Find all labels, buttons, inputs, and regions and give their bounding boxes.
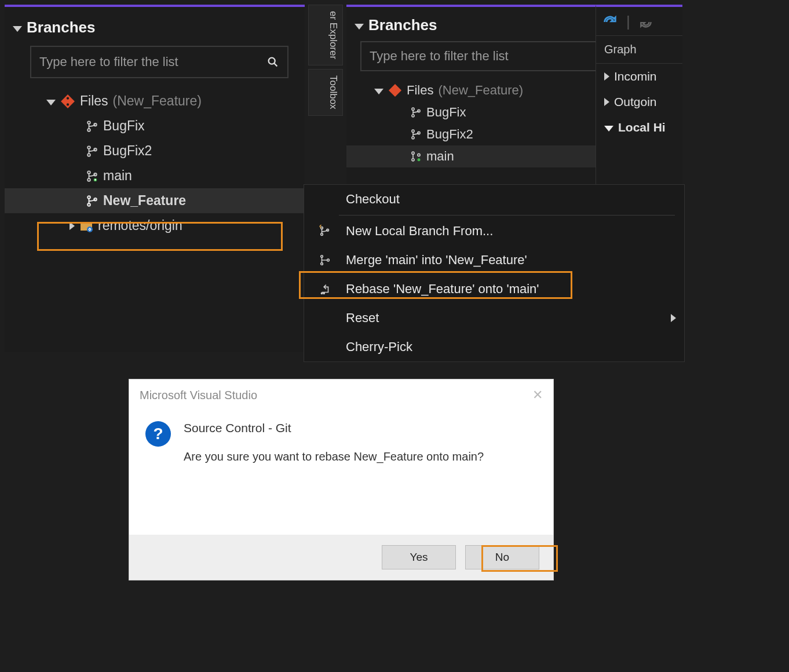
expand-icon — [70, 222, 75, 230]
folder-remote-icon — [79, 220, 93, 232]
expand-icon — [374, 89, 383, 94]
sync-icon[interactable] — [638, 14, 653, 30]
local-history-item[interactable]: Local Hi — [596, 115, 682, 140]
svg-point-29 — [321, 233, 323, 236]
ctx-label: Cherry-Pick — [346, 339, 412, 355]
branches-title: Branches — [368, 16, 437, 34]
svg-point-9 — [87, 178, 90, 181]
collapse-icon — [604, 126, 613, 132]
expand-icon — [46, 100, 56, 105]
ctx-rebase[interactable]: Rebase 'New_Feature' onto 'main' — [304, 275, 684, 304]
svg-point-5 — [87, 146, 90, 149]
outgoing-item[interactable]: Outgoin — [596, 89, 682, 115]
branch-tracking-icon — [410, 151, 422, 162]
svg-point-3 — [87, 129, 90, 132]
svg-point-27 — [418, 158, 421, 161]
ctx-new-branch[interactable]: New Local Branch From... — [304, 217, 684, 246]
git-repo-icon — [388, 83, 402, 97]
side-tabs: er Explorer Toolbox — [308, 5, 343, 116]
incoming-label: Incomin — [614, 70, 657, 83]
ctx-label: Rebase 'New_Feature' onto 'main' — [346, 282, 539, 297]
branch-new-feature[interactable]: New_Feature — [5, 188, 305, 213]
branch-label: main — [426, 149, 454, 164]
ctx-label: New Local Branch From... — [346, 224, 493, 239]
branch-label: New_Feature — [103, 193, 186, 209]
svg-point-33 — [327, 259, 330, 261]
search-icon[interactable] — [266, 56, 279, 68]
new-branch-icon — [315, 225, 335, 238]
svg-point-13 — [87, 203, 90, 206]
rebase-icon — [315, 283, 335, 295]
svg-point-21 — [412, 130, 414, 132]
tab-explorer[interactable]: er Explorer — [308, 5, 343, 65]
refresh-icon[interactable] — [602, 14, 618, 30]
expand-icon — [604, 72, 609, 81]
svg-point-22 — [412, 137, 414, 139]
branch-label: BugFix — [426, 105, 466, 120]
branches-title: Branches — [27, 19, 96, 36]
expand-icon — [604, 98, 609, 106]
branch-context-menu: Checkout New Local Branch From... Merge … — [304, 184, 685, 362]
dialog-message: Are you sure you want to rebase New_Feat… — [184, 450, 484, 463]
repo-current-branch: (New_Feature) — [438, 83, 523, 98]
ctx-checkout[interactable]: Checkout — [304, 185, 684, 214]
tab-toolbox[interactable]: Toolbox — [308, 69, 343, 116]
svg-point-12 — [87, 196, 90, 199]
close-icon[interactable]: ✕ — [532, 388, 543, 403]
ctx-label: Checkout — [346, 192, 400, 207]
branch-icon — [86, 120, 98, 133]
branch-icon — [410, 107, 422, 118]
ctx-label: Reset — [346, 311, 379, 326]
branches-panel-left: Branches Files (New_Feature) BugFix BugF… — [5, 5, 305, 352]
svg-point-19 — [412, 115, 414, 117]
no-button[interactable]: No — [465, 545, 539, 569]
branches-header[interactable]: Branches — [5, 7, 305, 46]
ctx-label: Merge 'main' into 'New_Feature' — [346, 253, 527, 268]
svg-point-35 — [323, 293, 324, 294]
svg-point-18 — [412, 108, 414, 110]
ctx-merge[interactable]: Merge 'main' into 'New_Feature' — [304, 246, 684, 275]
ctx-cherry-pick[interactable]: Cherry-Pick — [304, 333, 684, 361]
incoming-item[interactable]: Incomin — [596, 64, 682, 89]
svg-point-34 — [321, 293, 322, 294]
branch-label: main — [103, 168, 132, 184]
branch-bugfix2[interactable]: BugFix2 — [5, 138, 305, 163]
branch-main[interactable]: main — [5, 163, 305, 188]
svg-point-6 — [87, 154, 90, 156]
svg-point-31 — [321, 255, 323, 258]
dialog-title: Microsoft Visual Studio — [140, 389, 257, 402]
collapse-icon — [355, 24, 364, 30]
filter-box[interactable] — [30, 46, 288, 78]
remotes-node[interactable]: remotes/origin — [5, 213, 305, 238]
svg-line-1 — [274, 63, 277, 66]
submenu-arrow-icon — [671, 314, 676, 322]
separator — [339, 215, 675, 216]
svg-point-32 — [321, 263, 323, 265]
ctx-reset[interactable]: Reset — [304, 304, 684, 333]
svg-point-25 — [412, 159, 414, 161]
branch-label: BugFix2 — [426, 127, 473, 142]
repo-label: Files — [80, 93, 108, 109]
yes-button[interactable]: Yes — [382, 545, 456, 569]
svg-point-15 — [87, 227, 93, 232]
svg-point-2 — [87, 121, 90, 124]
dialog-footer: Yes No — [129, 535, 553, 580]
svg-point-24 — [412, 152, 414, 154]
svg-point-26 — [418, 154, 420, 156]
outgoing-label: Outgoin — [614, 95, 657, 109]
merge-icon — [315, 254, 335, 266]
repo-current-branch: (New_Feature) — [113, 93, 202, 109]
filter-input[interactable] — [39, 54, 266, 70]
branch-bugfix[interactable]: BugFix — [5, 114, 305, 138]
branch-icon — [86, 195, 98, 207]
svg-point-8 — [87, 171, 90, 174]
separator: | — [626, 13, 630, 31]
question-icon: ? — [145, 421, 171, 447]
branch-label: BugFix2 — [103, 143, 152, 159]
branch-tree: Files (New_Feature) BugFix BugFix2 main … — [5, 89, 305, 238]
repo-node[interactable]: Files (New_Feature) — [5, 89, 305, 114]
branch-label: BugFix — [103, 118, 145, 134]
graph-label[interactable]: Graph — [596, 36, 682, 64]
remotes-label: remotes/origin — [98, 218, 182, 233]
local-history-label: Local Hi — [618, 120, 666, 134]
